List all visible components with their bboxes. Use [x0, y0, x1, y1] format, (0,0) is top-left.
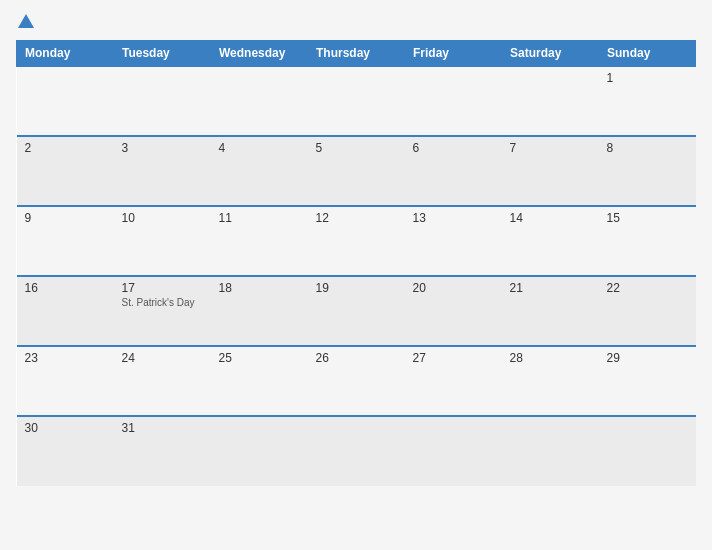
day-number: 21 [510, 281, 591, 295]
weekday-header: Sunday [599, 41, 696, 67]
calendar-cell [502, 66, 599, 136]
day-number: 9 [25, 211, 106, 225]
calendar-cell: 14 [502, 206, 599, 276]
calendar-cell: 28 [502, 346, 599, 416]
calendar-cell: 29 [599, 346, 696, 416]
day-number: 26 [316, 351, 397, 365]
calendar-cell [405, 416, 502, 486]
day-number: 2 [25, 141, 106, 155]
calendar-cell: 30 [17, 416, 114, 486]
weekday-header: Monday [17, 41, 114, 67]
day-number: 16 [25, 281, 106, 295]
day-number: 25 [219, 351, 300, 365]
holiday-label: St. Patrick's Day [122, 297, 203, 308]
weekday-header: Saturday [502, 41, 599, 67]
calendar-cell: 13 [405, 206, 502, 276]
calendar-page: MondayTuesdayWednesdayThursdayFridaySatu… [0, 0, 712, 550]
day-number: 15 [607, 211, 688, 225]
calendar-week-row: 2345678 [17, 136, 696, 206]
calendar-week-row: 1617St. Patrick's Day1819202122 [17, 276, 696, 346]
day-number: 28 [510, 351, 591, 365]
calendar-cell: 11 [211, 206, 308, 276]
weekday-header: Wednesday [211, 41, 308, 67]
logo [16, 16, 34, 28]
calendar-cell: 8 [599, 136, 696, 206]
day-number: 1 [607, 71, 688, 85]
calendar-cell: 19 [308, 276, 405, 346]
calendar-body: 1234567891011121314151617St. Patrick's D… [17, 66, 696, 486]
day-number: 3 [122, 141, 203, 155]
calendar-cell: 22 [599, 276, 696, 346]
calendar-header-row: MondayTuesdayWednesdayThursdayFridaySatu… [17, 41, 696, 67]
day-number: 11 [219, 211, 300, 225]
calendar-cell: 10 [114, 206, 211, 276]
day-number: 14 [510, 211, 591, 225]
calendar-cell [17, 66, 114, 136]
day-number: 7 [510, 141, 591, 155]
calendar-cell: 15 [599, 206, 696, 276]
day-number: 17 [122, 281, 203, 295]
day-number: 30 [25, 421, 106, 435]
calendar-cell: 9 [17, 206, 114, 276]
day-number: 12 [316, 211, 397, 225]
calendar-cell: 5 [308, 136, 405, 206]
day-number: 13 [413, 211, 494, 225]
calendar-cell: 26 [308, 346, 405, 416]
calendar-cell: 16 [17, 276, 114, 346]
calendar-cell [114, 66, 211, 136]
calendar-cell [405, 66, 502, 136]
day-number: 29 [607, 351, 688, 365]
day-number: 8 [607, 141, 688, 155]
weekday-header: Thursday [308, 41, 405, 67]
calendar-header [16, 16, 696, 28]
weekday-header: Friday [405, 41, 502, 67]
day-number: 5 [316, 141, 397, 155]
calendar-cell: 20 [405, 276, 502, 346]
calendar-cell: 27 [405, 346, 502, 416]
day-number: 31 [122, 421, 203, 435]
calendar-cell: 3 [114, 136, 211, 206]
calendar-table: MondayTuesdayWednesdayThursdayFridaySatu… [16, 40, 696, 486]
calendar-cell [308, 66, 405, 136]
weekday-header: Tuesday [114, 41, 211, 67]
calendar-cell: 2 [17, 136, 114, 206]
calendar-cell: 18 [211, 276, 308, 346]
calendar-cell: 25 [211, 346, 308, 416]
day-number: 18 [219, 281, 300, 295]
day-number: 23 [25, 351, 106, 365]
calendar-cell: 24 [114, 346, 211, 416]
calendar-week-row: 9101112131415 [17, 206, 696, 276]
calendar-week-row: 1 [17, 66, 696, 136]
day-number: 6 [413, 141, 494, 155]
calendar-cell: 31 [114, 416, 211, 486]
calendar-cell: 12 [308, 206, 405, 276]
day-number: 10 [122, 211, 203, 225]
day-number: 20 [413, 281, 494, 295]
logo-triangle-icon [18, 14, 34, 28]
day-number: 27 [413, 351, 494, 365]
calendar-cell: 21 [502, 276, 599, 346]
calendar-cell: 23 [17, 346, 114, 416]
calendar-cell: 6 [405, 136, 502, 206]
calendar-cell: 17St. Patrick's Day [114, 276, 211, 346]
day-number: 19 [316, 281, 397, 295]
calendar-cell: 4 [211, 136, 308, 206]
calendar-cell [308, 416, 405, 486]
calendar-cell: 7 [502, 136, 599, 206]
day-number: 22 [607, 281, 688, 295]
calendar-cell [211, 66, 308, 136]
calendar-week-row: 23242526272829 [17, 346, 696, 416]
day-number: 4 [219, 141, 300, 155]
day-number: 24 [122, 351, 203, 365]
calendar-week-row: 3031 [17, 416, 696, 486]
calendar-cell [211, 416, 308, 486]
calendar-cell: 1 [599, 66, 696, 136]
calendar-cell [502, 416, 599, 486]
calendar-cell [599, 416, 696, 486]
